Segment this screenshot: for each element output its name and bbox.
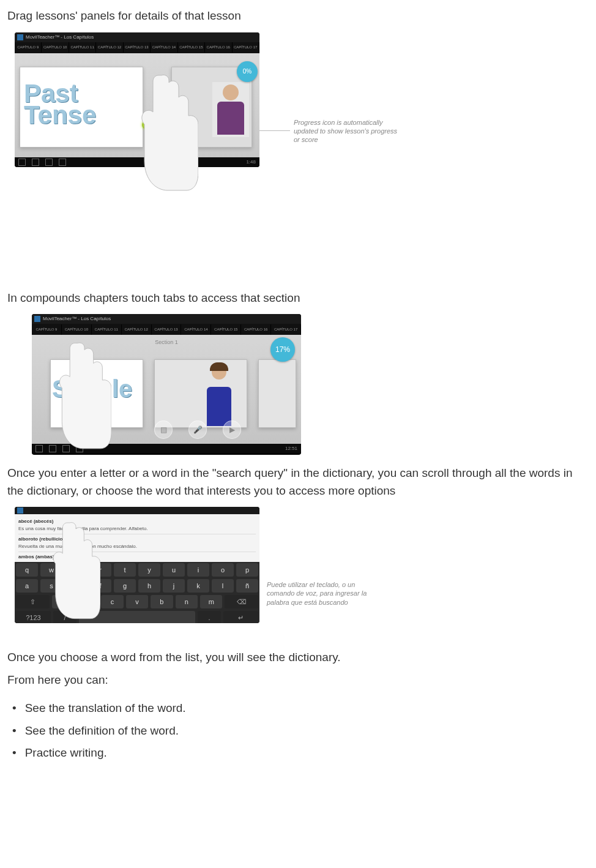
key[interactable]: n [176,595,198,608]
lesson-title-graphic: Past Tense [24,83,96,126]
recents-icon[interactable] [45,159,53,166]
tab-chapter[interactable]: CAPÍTULO 16 [205,42,232,53]
key-symbols[interactable]: ?123 [16,611,51,623]
menu-icon[interactable] [59,159,66,166]
key-shift[interactable]: ⇧ [16,595,50,608]
tab-chapter[interactable]: CAPÍTULO 13 [152,324,182,335]
home-icon[interactable] [49,445,56,452]
key[interactable]: r [89,563,111,577]
chapter-tabs[interactable]: CAPÍTULO 9 CAPÍTULO 10 CAPÍTULO 11 CAPÍT… [32,324,301,335]
key[interactable]: b [151,595,173,608]
mic-button[interactable]: 🎤 [188,421,207,439]
tab-chapter[interactable]: CAPÍTULO 10 [62,324,92,335]
tab-chapter[interactable]: CAPÍTULO 14 [151,42,177,53]
definition-preview: El uno y el otro; los dos. [18,561,256,562]
key[interactable]: m [200,595,222,608]
figure-1: MovilTeacher™ - Los Capítulos CAPÍTULO 9… [15,32,589,192]
key[interactable]: l [212,579,234,593]
play-button[interactable]: ▶ [223,421,241,439]
key[interactable]: w [40,563,62,577]
section-action-buttons: ▤ 🎤 ▶ [154,421,241,439]
key[interactable]: o [212,563,234,577]
recents-icon[interactable] [62,445,70,452]
key[interactable]: k [187,579,209,593]
tab-chapter[interactable]: CAPÍTULO 14 [181,324,211,335]
menu-icon[interactable] [76,445,83,452]
key[interactable]: j [163,579,185,593]
android-nav-bar: 12:51 [32,444,301,454]
key[interactable]: t [114,563,136,577]
back-icon[interactable] [35,445,43,452]
tab-chapter[interactable]: CAPÍTULO 13 [124,42,151,53]
list-item: See the definition of the word. [12,722,589,740]
headword: alboroto (rebullicio) [18,536,64,542]
lesson-carousel[interactable]: Past Tense 0% [15,53,259,157]
key[interactable]: x [76,595,99,608]
status-clock: 12:51 [285,445,297,452]
key[interactable]: s [40,579,62,593]
tab-chapter[interactable]: CAPÍTULO 16 [241,324,271,335]
tab-chapter[interactable]: CAPÍTULO 9 [15,42,42,53]
dictionary-entry[interactable]: abecé (abecés) Es una cosa muy fácil o s… [18,517,256,534]
key[interactable]: q [16,563,38,577]
list-item: Practice writing. [12,744,589,762]
lesson-panel[interactable]: Past Tense [20,67,143,148]
key[interactable]: p [236,563,258,577]
definition-preview: Revuelta de una muchedumbre con mucho es… [18,543,256,550]
tab-chapter[interactable]: CAPÍTULO 17 [233,42,259,53]
app-titlebar [15,507,259,514]
tab-chapter[interactable]: CAPÍTULO 11 [69,42,96,53]
onscreen-keyboard[interactable]: q w e r t y u i o p a s d f g h [15,562,259,623]
key[interactable]: c [101,595,123,608]
paragraph-compound-chapters: In compounds chapters touch tabs to acce… [7,290,589,307]
key[interactable]: ñ [236,579,258,593]
key[interactable]: d [65,579,87,593]
key-backspace[interactable]: ⌫ [225,595,258,608]
key[interactable]: y [138,563,160,577]
tab-chapter[interactable]: CAPÍTULO 10 [42,42,69,53]
key[interactable]: i [187,563,209,577]
key[interactable]: v [126,595,148,608]
section-header-label: Section 1 [32,335,301,347]
dictionary-results-list[interactable]: abecé (abecés) Es una cosa muy fácil o s… [15,514,259,562]
mic-icon: 🎤 [193,424,203,435]
options-list: See the translation of the word. See the… [7,700,589,762]
tab-chapter[interactable]: CAPÍTULO 12 [96,42,123,53]
key[interactable]: u [163,563,185,577]
dictionary-entry[interactable]: alboroto (rebullicio) Revuelta de una mu… [18,534,256,552]
tab-chapter[interactable]: CAPÍTULO 17 [271,324,301,335]
key[interactable]: h [138,579,160,593]
section-panel[interactable] [258,359,296,428]
definition-preview: Es una cosa muy fácil o sencilla para co… [18,525,256,533]
dictionary-entry[interactable]: ambos (ambas) El uno y el otro; los dos. [18,552,256,562]
back-icon[interactable] [18,159,26,166]
chapter-tabs[interactable]: CAPÍTULO 9 CAPÍTULO 10 CAPÍTULO 11 CAPÍT… [15,42,259,53]
tab-chapter[interactable]: CAPÍTULO 11 [92,324,122,335]
key[interactable]: / [53,611,76,623]
section-title-graphic: Simple [52,378,132,399]
key-enter[interactable]: ↵ [223,611,258,623]
section-panel[interactable] [154,359,247,428]
app-logo-icon [17,507,23,514]
key-space[interactable] [79,611,195,623]
app-titlebar: MovilTeacher™ - Los Capítulos [32,314,301,324]
list-icon: ▤ [160,424,167,435]
key[interactable]: f [89,579,111,593]
section-carousel[interactable]: Section 1 Simple 17% ▤ 🎤 [32,335,301,444]
key[interactable]: z [52,595,74,608]
callout-text: Progress icon is automatically updated t… [294,118,404,144]
tab-chapter[interactable]: CAPÍTULO 15 [211,324,241,335]
key[interactable]: a [16,579,38,593]
tab-chapter[interactable]: CAPÍTULO 12 [122,324,152,335]
tab-chapter[interactable]: CAPÍTULO 15 [178,42,205,53]
list-button[interactable]: ▤ [154,421,173,439]
key[interactable]: g [114,579,136,593]
key[interactable]: e [65,563,87,577]
key[interactable]: . [198,611,221,623]
home-icon[interactable] [32,159,39,166]
lesson-panel-next[interactable]: 0% [171,67,252,148]
section-panel[interactable]: Simple [50,359,143,428]
tab-chapter[interactable]: CAPÍTULO 9 [32,324,62,335]
headword: abecé (abecés) [18,518,53,524]
figure-2: MovilTeacher™ - Los Capítulos CAPÍTULO 9… [32,314,589,455]
